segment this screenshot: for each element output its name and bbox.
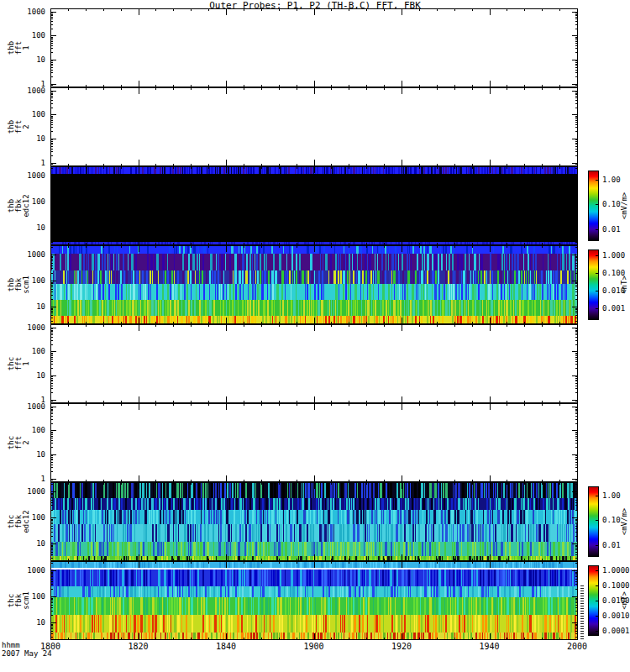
- panel-row-thb-fft-1: thb fft 11000100101: [0, 8, 630, 87]
- x-tick-label: 2000: [567, 642, 587, 651]
- colorbar-tick-label: 0.1000: [602, 581, 630, 590]
- plot-area-thb-fbk-edc12: [50, 166, 578, 245]
- y-tick-label: 100: [0, 31, 45, 39]
- colorbar-thc-fbk-scm1: [588, 565, 599, 636]
- panel-row-thc-fft-1: thc fft 11000100101: [0, 324, 630, 403]
- plot-area-thc-fft-1: [50, 324, 578, 403]
- colorbar-thb-fbk-scm1: [588, 249, 599, 320]
- y-tick-label: 100: [0, 197, 45, 206]
- colorbar-tick-label: 0.001: [602, 304, 625, 312]
- y-tick-label: 1000: [0, 566, 45, 575]
- x-axis-date-block: hhmm 2007 May 24: [2, 641, 52, 658]
- colorbar-tick-label: 1.00: [602, 176, 621, 184]
- colorbar-unit-label: <nT>: [620, 591, 628, 610]
- colorbar-tick-label: 0.01: [602, 541, 621, 549]
- plot-area-thc-fbk-scm1: [50, 561, 578, 640]
- panel-row-thc-fft-2: thc fft 21000100101: [0, 403, 630, 482]
- plot-area-thc-fft-2: [50, 403, 578, 482]
- plot-area-thb-fft-2: [50, 87, 578, 166]
- y-tick-label: 1000: [0, 8, 45, 16]
- y-tick-label: 100: [0, 276, 45, 285]
- x-axis-units-label: hhmm: [2, 641, 52, 649]
- panel-row-thb-fbk-edc12: thb fbk edc121000100101.000.100.01<mV/m>: [0, 166, 630, 245]
- y-tick-label: 10: [0, 450, 45, 459]
- x-tick-label: 1920: [391, 642, 412, 651]
- colorbar-tick-label: 0.0010: [602, 612, 630, 620]
- y-tick-label: 100: [0, 110, 45, 118]
- creation-timestamp-vertical-text: [580, 585, 584, 639]
- panel-row-thc-fbk-edc12: thc fbk edc121000100101.000.100.01<mV/m>: [0, 482, 630, 561]
- y-tick-label: 100: [0, 513, 45, 522]
- y-tick-label: 1000: [0, 171, 45, 180]
- y-tick-label: 100: [0, 592, 45, 601]
- colorbar-tick-label: 1.00: [602, 491, 621, 500]
- y-tick-label: 10: [0, 134, 45, 143]
- x-tick-label: 1940: [479, 642, 499, 651]
- colorbar-unit-label: <nT>: [620, 276, 628, 294]
- panel-row-thb-fft-2: thb fft 21000100101: [0, 87, 630, 166]
- y-tick-label: 10: [0, 539, 45, 548]
- x-axis-date-label: 2007 May 24: [2, 649, 52, 658]
- colorbar-tick-label: 0.10: [602, 516, 621, 524]
- x-tick-label: 1840: [216, 642, 236, 651]
- x-tick-label: 1820: [128, 642, 148, 651]
- y-tick-label: 10: [0, 302, 45, 311]
- x-tick-label: 1900: [303, 642, 323, 651]
- plot-area-thb-fft-1: [50, 8, 578, 87]
- y-tick-label: 1000: [0, 87, 45, 95]
- plot-area-thc-fbk-edc12: [50, 482, 578, 561]
- colorbar-unit-label: <mV/m>: [620, 192, 628, 220]
- tplot-figure: Outer Probes: P1, P2 (TH-B,C) FFT, FBK t…: [0, 0, 630, 672]
- plot-area-thb-fbk-scm1: [50, 245, 578, 324]
- colorbar-tick-label: 1.000: [602, 251, 625, 260]
- colorbar-tick-label: 0.01: [602, 225, 621, 234]
- y-tick-label: 10: [0, 618, 45, 627]
- y-tick-label: 100: [0, 426, 45, 434]
- y-tick-label: 10: [0, 223, 45, 232]
- colorbar-tick-label: 0.0001: [602, 627, 630, 635]
- colorbar-thb-fbk-edc12: [588, 171, 599, 241]
- colorbar-tick-label: 0.10: [602, 200, 621, 208]
- colorbar-thc-fbk-edc12: [588, 486, 599, 557]
- colorbar-unit-label: <mV/m>: [620, 508, 628, 536]
- y-tick-label: 1000: [0, 402, 45, 411]
- y-tick-label: 100: [0, 347, 45, 355]
- panel-row-thb-fbk-scm1: thb fbk scm11000100101.0000.1000.0100.00…: [0, 245, 630, 324]
- y-tick-label: 10: [0, 55, 45, 64]
- y-tick-label: 10: [0, 371, 45, 380]
- panel-row-thc-fbk-scm1: thc fbk scm11000100101.00000.10000.01000…: [0, 561, 630, 640]
- colorbar-tick-label: 1.0000: [602, 566, 630, 575]
- y-tick-label: 1000: [0, 323, 45, 332]
- y-tick-label: 1000: [0, 487, 45, 496]
- y-tick-label: 1000: [0, 250, 45, 259]
